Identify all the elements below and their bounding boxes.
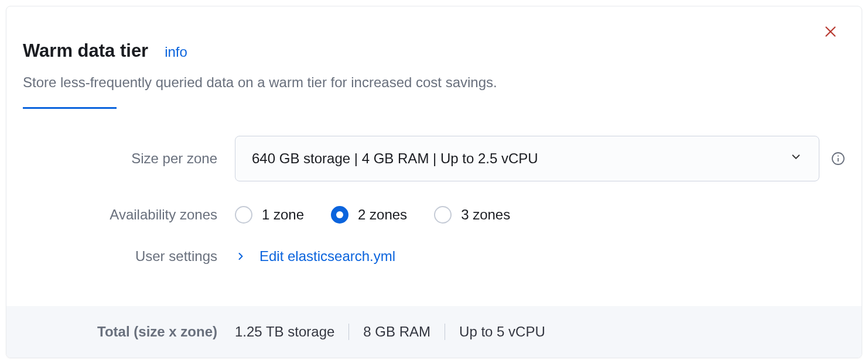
separator [445, 324, 445, 340]
total-storage: 1.25 TB storage [235, 324, 334, 340]
radio-icon [434, 206, 452, 224]
close-button[interactable] [823, 24, 838, 39]
availability-zones-label: Availability zones [23, 207, 235, 223]
chevron-down-icon [790, 150, 802, 167]
radio-icon [331, 206, 348, 224]
zone-option-1-label: 1 zone [262, 207, 304, 223]
panel-subtitle: Store less-frequently queried data on a … [23, 74, 845, 91]
zone-option-2[interactable]: 2 zones [331, 206, 407, 224]
close-icon [823, 24, 838, 39]
zone-option-3-label: 3 zones [461, 207, 510, 223]
edit-user-settings-link[interactable]: Edit elasticsearch.yml [235, 248, 395, 265]
totals-label: Total (size x zone) [23, 324, 235, 340]
total-cpu: Up to 5 vCPU [459, 324, 545, 340]
svg-point-4 [838, 155, 839, 156]
size-per-zone-row: Size per zone 640 GB storage | 4 GB RAM … [23, 136, 845, 181]
info-icon [831, 152, 845, 166]
total-ram: 8 GB RAM [363, 324, 430, 340]
user-settings-row: User settings Edit elasticsearch.yml [23, 248, 845, 265]
panel-title: Warm data tier [23, 40, 148, 61]
size-per-zone-select[interactable]: 640 GB storage | 4 GB RAM | Up to 2.5 vC… [235, 136, 819, 181]
radio-icon [235, 206, 252, 224]
edit-user-settings-text: Edit elasticsearch.yml [259, 248, 395, 265]
totals-values: 1.25 TB storage 8 GB RAM Up to 5 vCPU [235, 324, 545, 340]
size-per-zone-label: Size per zone [23, 150, 235, 167]
size-info-button[interactable] [831, 152, 845, 166]
panel-header: Warm data tier info Store less-frequentl… [6, 6, 862, 109]
totals-footer: Total (size x zone) 1.25 TB storage 8 GB… [6, 306, 862, 358]
user-settings-label: User settings [23, 248, 235, 265]
zone-option-3[interactable]: 3 zones [434, 206, 510, 224]
chevron-right-icon [235, 250, 247, 262]
info-link[interactable]: info [165, 44, 187, 60]
availability-zones-row: Availability zones 1 zone 2 zones 3 zone… [23, 206, 845, 224]
zone-option-2-label: 2 zones [358, 207, 407, 223]
separator [348, 324, 349, 340]
size-per-zone-value: 640 GB storage | 4 GB RAM | Up to 2.5 vC… [252, 150, 538, 167]
warm-data-tier-panel: Warm data tier info Store less-frequentl… [6, 6, 862, 358]
zone-option-1[interactable]: 1 zone [235, 206, 304, 224]
config-form: Size per zone 640 GB storage | 4 GB RAM … [6, 109, 862, 270]
zones-radio-group: 1 zone 2 zones 3 zones [235, 206, 510, 224]
